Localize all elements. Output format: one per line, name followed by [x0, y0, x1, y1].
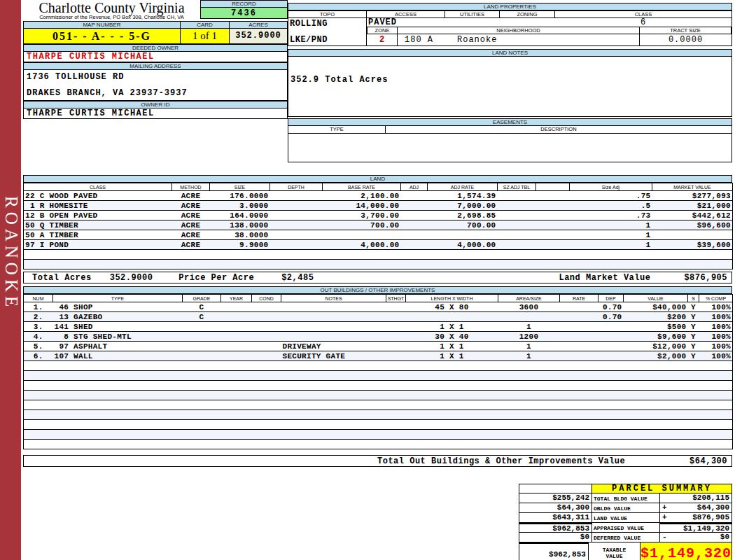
ob-rate	[560, 351, 598, 361]
ps-value: $208,115	[660, 493, 732, 503]
land-method: ACRE	[172, 230, 210, 240]
ob-lxw	[406, 312, 498, 322]
ob-s-flag: Y	[688, 322, 699, 332]
acres-label: ACRES	[230, 21, 288, 29]
land-adj-rate: 7,000.00	[428, 201, 498, 211]
ob-num: 6.	[24, 351, 53, 361]
ob-lxw: 45 X 80	[406, 302, 498, 312]
land-size: 9.9000	[210, 240, 270, 250]
ob-num: 5.	[24, 342, 53, 351]
land-class: 22 C WOOD PAVED	[24, 191, 172, 201]
land-base-rate	[323, 230, 401, 240]
ob-value: $200	[624, 312, 688, 322]
ob-col-cond: COND	[252, 295, 281, 302]
land-sz-adj-tbl	[498, 240, 536, 250]
land-properties-headers: TOPO ACCESS UTILITIES ZONING CLASS	[288, 10, 732, 18]
land-col-base-rate: BASE RATE	[323, 183, 401, 191]
ob-rate	[560, 342, 598, 351]
ob-sthgt	[386, 342, 406, 351]
land-adj	[401, 211, 428, 220]
land-adj-rate: 1,574.39	[428, 191, 498, 201]
ob-empty-row	[24, 400, 733, 410]
tract-size-value: 0.0000	[640, 35, 732, 45]
ob-empty-row	[24, 361, 733, 371]
top-section: Charlotte County Virginia Commissioner o…	[23, 0, 732, 175]
out-buildings-title: OUT BUILDINGS / OTHER IMPROVEMENTS	[23, 286, 732, 294]
topo-label: TOPO	[288, 10, 367, 18]
region-sidebar: ROANOKE	[0, 0, 21, 560]
easements-box	[288, 134, 732, 162]
deeded-owner-value: THARPE CURTIS MICHAEL	[23, 52, 288, 62]
ob-total-row: Total Out Buildings & Other Improvements…	[23, 455, 732, 467]
ob-area: 1	[498, 342, 560, 351]
ps-left-value: $0	[519, 533, 592, 542]
commissioner-line: Commissioner of the Revenue, PO Box 308,…	[23, 15, 200, 20]
ob-row: 6.107 WALLSECURITY GATE1 X 11$2,000Y100%	[24, 351, 733, 361]
land-row: 50 Q TIMBERACRE138.0000700.00700.001$96,…	[24, 220, 733, 230]
ps-value: +$876,905	[660, 513, 732, 523]
land-class: 1 R HOMESITE	[24, 201, 172, 211]
ps-sign: -	[662, 533, 667, 542]
ob-notes	[281, 332, 386, 342]
price-per-acre-value: $2,485	[281, 273, 314, 283]
ob-sthgt	[386, 351, 406, 361]
ps-left-value: $962,853	[519, 542, 589, 560]
ps-amount: $876,905	[692, 513, 729, 522]
tract-size-label: TRACT SIZE	[640, 27, 732, 34]
ob-row: 5. 97 ASPHALTDRIVEWAY1 X 11$12,000Y100%	[24, 342, 733, 351]
class-value: 6	[554, 18, 732, 27]
ob-empty-row	[24, 371, 733, 381]
ob-empty-row	[24, 410, 733, 420]
land-base-rate: 700.00	[323, 220, 401, 230]
ob-lxw: 1 X 1	[406, 322, 498, 332]
land-size: 3.0000	[210, 201, 270, 211]
ob-cond	[252, 322, 281, 332]
land-adj-rate	[428, 230, 498, 240]
parcel-summary-row: $0 DEFERRED VALUE -$0	[519, 533, 732, 542]
ob-type: 8 STG SHED-MTL	[53, 332, 183, 342]
land-depth	[270, 230, 323, 240]
ps-label: DEFERRED VALUE	[592, 533, 660, 542]
neighborhood-code: 180 A	[405, 35, 433, 45]
ob-year	[221, 351, 252, 361]
ob-grade: C	[183, 302, 221, 312]
ob-value: $9,600	[624, 332, 688, 342]
land-row: 1 R HOMESITEACRE3.000014,000.007,000.00.…	[24, 201, 733, 211]
land-method: ACRE	[172, 220, 210, 230]
ob-num: 4.	[24, 332, 53, 342]
topo-values: ROLLING LKE/PND	[288, 18, 367, 46]
zone-value: 2	[367, 34, 398, 46]
topo-value-2: LKE/PND	[290, 35, 365, 45]
land-depth	[270, 240, 323, 250]
ps-value: +$64,300	[660, 503, 732, 513]
ob-comp: 100%	[699, 351, 733, 361]
access-class-row: PAVED 6	[367, 18, 732, 27]
land-depth	[270, 191, 323, 201]
ob-dep	[598, 322, 624, 332]
ob-col-comp: % COMP	[699, 295, 733, 302]
zone-label: ZONE	[367, 27, 398, 34]
owner-id-value: THARPE CURTIS MICHAEL	[23, 108, 288, 119]
zone-values-row: 2 180 ARoanoke 0.0000	[367, 34, 732, 46]
record-value: 7436	[200, 8, 288, 19]
parcel-summary-header: PARCEL SUMMARY	[519, 484, 732, 493]
land-class: 50 Q TIMBER	[24, 220, 172, 230]
land-blank	[536, 191, 570, 201]
ob-dep: 0.70	[598, 312, 624, 322]
ps-label: OBLDG VALUE	[592, 503, 660, 513]
ob-header-row: NUM TYPE GRADE YEAR COND NOTES STHGT LEN…	[24, 295, 733, 302]
land-class: 12 B OPEN PAVED	[24, 211, 172, 220]
ob-sthgt	[386, 302, 406, 312]
neighborhood-value: 180 ARoanoke	[398, 34, 640, 46]
parcel-summary-row: $255,242 TOTAL BLDG VALUE $208,115	[519, 493, 732, 503]
ob-dep	[598, 351, 624, 361]
ob-row: 2. 13 GAZEBOC0.70$200Y100%	[24, 312, 733, 322]
land-size: 38.0000	[210, 230, 270, 240]
land-size-adj: 1	[570, 220, 652, 230]
land-market-value-total: $876,905	[684, 273, 727, 283]
land-method: ACRE	[172, 201, 210, 211]
ob-cond	[252, 302, 281, 312]
ob-s-flag: Y	[688, 302, 699, 312]
land-adj	[401, 230, 428, 240]
ob-lxw: 1 X 1	[406, 342, 498, 351]
